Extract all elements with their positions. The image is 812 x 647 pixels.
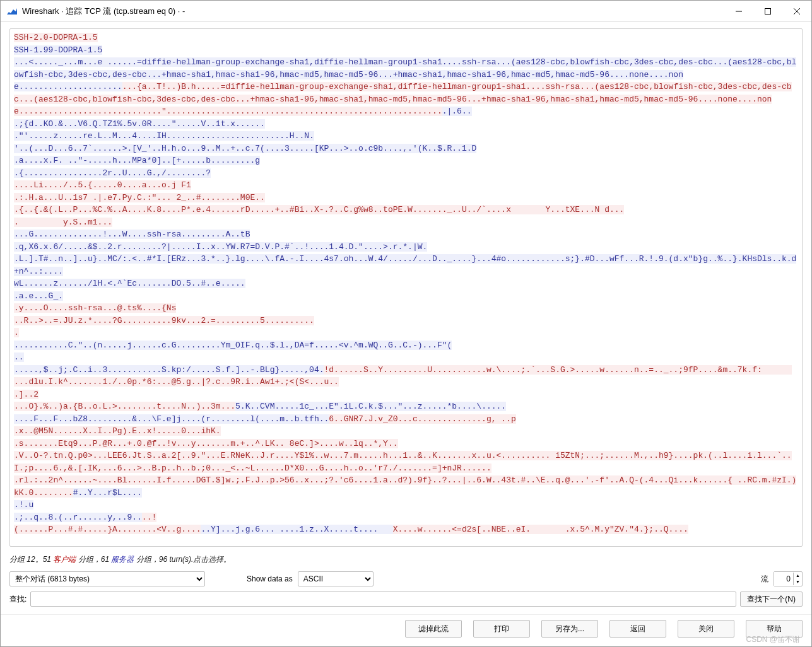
stream-content[interactable]: SSH-2.0-DOPRA-1.5 SSH-1.99-DOPRA-1.5 ...… (10, 29, 802, 539)
info-bar[interactable]: 分组 12。51 客户端 分组，61 服务器 分组，96 turn(s).点击选… (1, 551, 811, 569)
help-button[interactable]: 帮助 (746, 620, 803, 638)
client-text[interactable]: .x..@M5N......X..I..Pg).E..x!.....0...ih… (14, 426, 221, 436)
server-text[interactable]: ...........C."..(n.....j......c.G.......… (14, 341, 452, 350)
server-text[interactable]: .....,$..j;.C..i..3...........S.kp:/....… (14, 365, 324, 375)
server-text[interactable]: '..(...D...6..7`......>.[V_'..H.h.o...9.… (14, 144, 476, 153)
find-next-button[interactable]: 查找下一个(N) (740, 592, 803, 607)
server-text[interactable]: SSH-1.99-DOPRA-1.5 (14, 45, 102, 55)
conversation-select[interactable]: 整个对话 (6813 bytes) (9, 571, 205, 586)
wireshark-icon (7, 6, 17, 16)
server-text[interactable]: .a.e...G_. (14, 291, 63, 301)
client-text[interactable]: SSH-2.0-DOPRA-1.5 (14, 33, 98, 42)
format-select[interactable]: ASCII (298, 571, 374, 586)
client-text[interactable]: ....Li..../..5.{.....0....a...o.j F1 (14, 180, 191, 190)
svg-rect-1 (765, 8, 771, 14)
spin-down-icon[interactable]: ▼ (794, 579, 802, 585)
find-input[interactable] (30, 592, 736, 607)
client-text[interactable]: .y....O....ssh-rsa...@.ts%....{Ns (14, 303, 176, 313)
client-text[interactable]: 6..GNR7.J.v_Z0...c..............g, ..p (329, 414, 515, 424)
client-text[interactable]: ..R..>..=.JU.z.*....?G..........9kv...2.… (14, 316, 314, 325)
back-button[interactable]: 返回 (609, 620, 666, 638)
server-text[interactable]: .;..q..8.(..r......y,..9.. (14, 513, 142, 522)
spin-up-icon[interactable]: ▲ (794, 573, 802, 579)
client-text[interactable]: .:.H.a...U..1s7 .|.e7.Py.C.:"... 2_..#..… (14, 193, 265, 202)
server-text[interactable]: ...G..............!...W....ssh-rsa......… (14, 230, 250, 239)
stream-number-spinner[interactable]: ▲▼ (774, 571, 803, 586)
button-bar: 滤掉此流 打印 另存为... 返回 关闭 帮助 (1, 614, 811, 646)
find-label: 查找: (9, 594, 26, 605)
client-text[interactable]: .]..2 (14, 390, 38, 399)
client-text[interactable]: X....w......<=d2s[..NBE..eI. .x.5^.M.y"Z… (393, 525, 688, 534)
server-text[interactable]: .{................2r..U....G.,/........? (14, 168, 211, 178)
close-button[interactable] (782, 1, 811, 21)
client-text[interactable]: ...O}.%..)a.{B..o.L.>........t....N..)..… (14, 402, 235, 411)
client-text[interactable]: .V..O-?.tn.Q.p0>...LEE6.Jt.S..a.2[..9.".… (14, 451, 792, 473)
server-text[interactable]: ..Y]...j.g.6... ....1.z..X.....t.... (201, 525, 392, 534)
filter-out-button[interactable]: 滤掉此流 (405, 620, 462, 638)
find-bar: 查找: 查找下一个(N) (1, 589, 811, 614)
client-text[interactable]: ...{a..T!..)B.h.....=diffie-hellman-grou… (14, 82, 792, 116)
server-text[interactable]: .|.6.. (442, 107, 472, 116)
server-text[interactable]: .. (14, 353, 24, 362)
server-text[interactable]: .q,X6.x.6/.....&$..2.r........?|.....I..… (14, 242, 427, 252)
client-text[interactable]: .s.......Etq9...P.@R...+.0.@f..!v...y...… (14, 439, 398, 448)
server-text[interactable]: .!.u (14, 500, 33, 510)
server-text[interactable]: .;{d..KO.&...V6.Q.TZ1%.5v.0R....".....V.… (14, 119, 265, 129)
server-text[interactable]: 5.K..CVM.....1c_...E".iL.C.k.$..."...z..… (235, 402, 506, 411)
maximize-button[interactable] (753, 1, 782, 21)
close-dialog-button[interactable]: 关闭 (678, 620, 734, 638)
server-text[interactable]: wL......z....../lH.<.^`Ec.......DO.5..#.… (14, 279, 245, 288)
print-button[interactable]: 打印 (473, 620, 530, 638)
minimize-button[interactable] (724, 1, 753, 21)
client-text[interactable]: .{..{.&(.L..P...%C.%..A....K.8....P*.e.4… (14, 205, 624, 214)
server-text[interactable]: ....F...F...bZ8.........&...\F.e]j....(r… (14, 414, 329, 424)
stream-scroll[interactable]: SSH-2.0-DOPRA-1.5 SSH-1.99-DOPRA-1.5 ...… (9, 28, 803, 547)
server-text[interactable]: .L.].T#..n..]..u}..MC/:.<..#*I.[ERz...3.… (14, 254, 796, 276)
client-text[interactable]: . y.S..m1... (14, 218, 112, 227)
titlebar: Wireshark · 追踪 TCP 流 (tcp.stream eq 0) ·… (1, 1, 811, 22)
mid-controls: 整个对话 (6813 bytes) Show data as ASCII 流 ▲… (1, 569, 811, 589)
client-text[interactable]: (......P...#.#.....}A........<V..g.... (14, 525, 201, 534)
client-text[interactable]: . (14, 328, 19, 337)
window-title: Wireshark · 追踪 TCP 流 (tcp.stream eq 0) ·… (22, 6, 724, 17)
server-text[interactable]: #..Y...r$L.... (73, 488, 142, 498)
save-as-button[interactable]: 另存为... (541, 620, 598, 638)
server-text[interactable]: .a....x.F. .."-.....h...MPa*0]..[+.....b… (14, 156, 260, 165)
show-data-as-label: Show data as (247, 574, 293, 583)
server-text[interactable]: ."'.....z.....re.L..M...4....IH.........… (14, 131, 314, 141)
client-text[interactable]: ..! (142, 513, 156, 522)
stream-number-input[interactable] (774, 572, 793, 586)
stream-label: 流 (761, 574, 768, 585)
